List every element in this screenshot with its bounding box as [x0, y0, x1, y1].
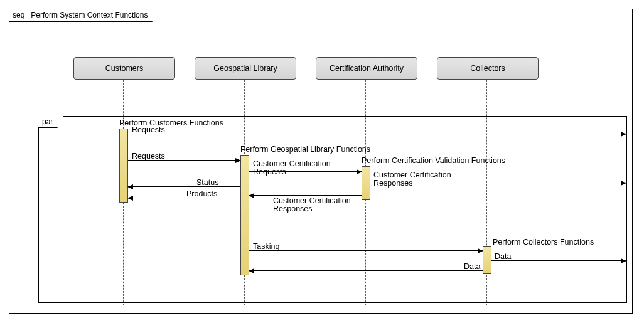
- msg-tasking: [249, 250, 483, 251]
- participant-geospatial-library: Geospatial Library: [195, 57, 296, 80]
- par-frame-title: par: [38, 116, 63, 128]
- msg-label-cert-responses-back-1: Customer Certification: [273, 196, 351, 205]
- msg-status: [128, 186, 240, 187]
- msg-requests-found: [128, 134, 626, 134]
- msg-label-data-out: Data: [495, 252, 511, 261]
- msg-label-requests-found: Requests: [132, 125, 165, 134]
- activation-label-geospatial: Perform Geospatial Library Functions: [240, 145, 370, 154]
- msg-data-back: [249, 270, 483, 271]
- sequence-diagram-canvas: seq _Perform System Context Functions Cu…: [0, 0, 644, 323]
- participant-certification-authority: Certification Authority: [316, 57, 417, 80]
- activation-geospatial-library: [240, 155, 249, 275]
- msg-label-cert-requests-2: Requests: [253, 167, 286, 176]
- msg-data-out: [491, 260, 626, 261]
- msg-label-cert-responses-out-1: Customer Certification: [373, 171, 451, 179]
- seq-frame-title: seq _Perform System Context Functions: [9, 9, 159, 22]
- activation-label-collectors: Perform Collectors Functions: [493, 238, 594, 246]
- activation-customers: [119, 129, 128, 203]
- participant-collectors: Collectors: [437, 57, 539, 80]
- msg-label-requests-cust-geo: Requests: [132, 152, 165, 161]
- msg-products: [128, 198, 240, 198]
- msg-label-cert-requests-1: Customer Certification: [253, 159, 331, 168]
- participant-customers: Customers: [73, 57, 175, 80]
- msg-label-cert-responses-back-2: Responses: [273, 204, 313, 213]
- activation-certification-authority: [362, 166, 370, 200]
- seq-frame: seq _Perform System Context Functions Cu…: [9, 9, 633, 314]
- msg-label-status: Status: [196, 178, 218, 187]
- activation-label-certification: Perform Certification Validation Functio…: [362, 156, 505, 165]
- msg-cert-responses-back: [249, 195, 362, 196]
- activation-collectors: [483, 246, 491, 274]
- msg-label-cert-responses-out-2: Responses: [373, 179, 413, 188]
- msg-label-data-back: Data: [464, 262, 480, 271]
- msg-label-products: Products: [186, 189, 217, 198]
- msg-label-tasking: Tasking: [253, 242, 279, 251]
